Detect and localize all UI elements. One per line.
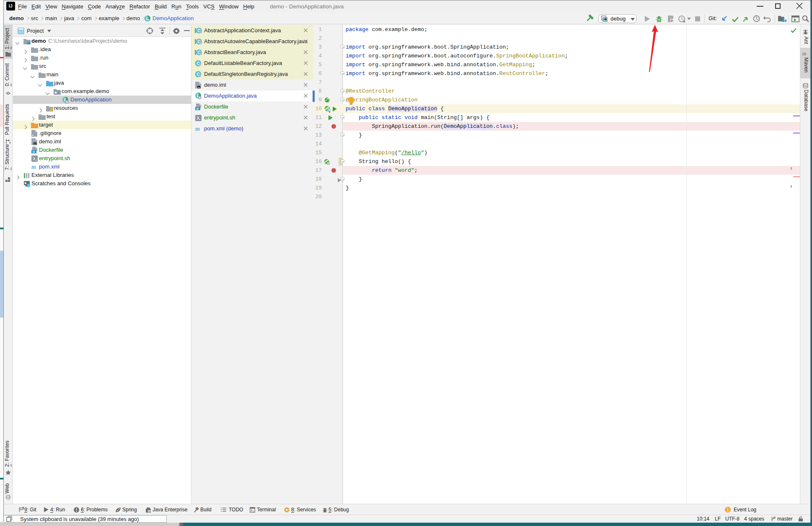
svg-text:D: D bbox=[197, 107, 199, 110]
svg-text:m: m bbox=[802, 51, 806, 56]
svg-text:1: 1 bbox=[727, 507, 729, 512]
svg-text:D: D bbox=[33, 150, 35, 153]
svg-text:m: m bbox=[195, 126, 200, 132]
svg-text:m: m bbox=[31, 164, 36, 169]
